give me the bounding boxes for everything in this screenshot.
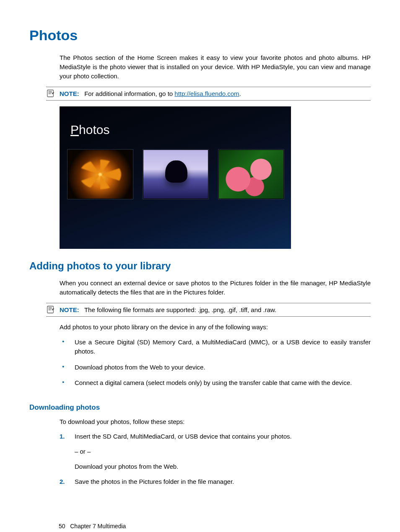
photo-thumbnail-3 [218, 149, 284, 199]
note-icon [46, 89, 55, 98]
section-adding-photos: Adding photos to your library [29, 259, 371, 274]
adding-paragraph-1: When you connect an external device or s… [60, 279, 371, 297]
note-text-after: . [239, 90, 241, 97]
step-line: Download your photos from the Web. [75, 462, 371, 471]
page-title: Photos [29, 25, 371, 46]
screenshot-title: Photos [70, 121, 109, 139]
elisa-link[interactable]: http://elisa.fluendo.com [174, 90, 239, 97]
note-text-before: For additional information, go to [84, 90, 174, 97]
adding-paragraph-2: Add photos to your photo library on the … [60, 323, 371, 332]
note-label: NOTE: [60, 306, 79, 313]
note-additional-info: NOTE: For additional information, go to … [46, 87, 371, 101]
list-item: Download photos from the Web to your dev… [60, 363, 371, 379]
note-formats-text: The following file formats are supported… [84, 306, 276, 313]
note-icon [46, 305, 55, 314]
step-1: Insert the SD Card, MultiMediaCard, or U… [60, 432, 371, 471]
note-file-formats: NOTE: The following file formats are sup… [46, 303, 371, 317]
page-number: 50 [59, 523, 65, 529]
intro-paragraph: The Photos section of the Home Screen ma… [60, 53, 371, 80]
chapter-label: Chapter 7 Multimedia [70, 523, 126, 529]
step-line: Insert the SD Card, MultiMediaCard, or U… [75, 432, 371, 441]
photo-thumbnail-2 [143, 149, 209, 199]
step-2: Save the photos in the Pictures folder i… [60, 477, 371, 486]
step-line: Save the photos in the Pictures folder i… [75, 477, 371, 486]
page-footer: 50 Chapter 7 Multimedia [59, 522, 126, 530]
list-item: Use a Secure Digital (SD) Memory Card, a… [60, 338, 371, 363]
section-downloading-photos: Downloading photos [29, 403, 371, 413]
download-steps: Insert the SD Card, MultiMediaCard, or U… [60, 432, 371, 486]
step-line: – or – [75, 447, 371, 456]
photo-thumbnail-1 [67, 149, 133, 199]
list-item: Connect a digital camera (select models … [60, 378, 371, 394]
adding-bullets: Use a Secure Digital (SD) Memory Card, a… [60, 338, 371, 394]
photos-screenshot: Photos [60, 106, 291, 249]
download-paragraph: To download your photos, follow these st… [60, 417, 371, 426]
note-label: NOTE: [60, 90, 79, 97]
